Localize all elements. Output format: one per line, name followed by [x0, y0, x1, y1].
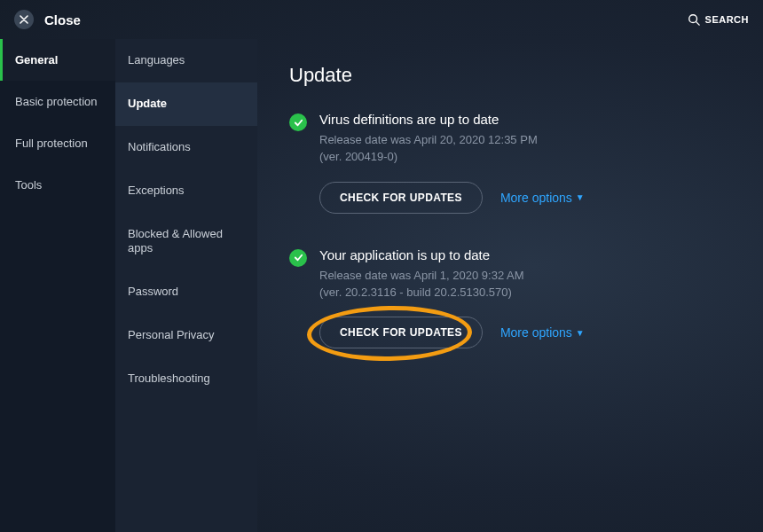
app-actions: CHECK FOR UPDATES More options ▼	[319, 317, 731, 348]
sidebar-secondary: Languages Update Notifications Exception…	[115, 39, 257, 532]
sidebar-item-label: Troubleshooting	[128, 372, 210, 385]
check-icon	[289, 113, 307, 131]
sidebar-item-label: Personal Privacy	[128, 328, 215, 341]
app-release-date: Release date was April 1, 2020 9:32 AM	[319, 268, 731, 285]
sidebar-item-tools[interactable]: Tools	[0, 164, 115, 206]
sidebar-item-label: Basic protection	[15, 95, 98, 108]
sidebar-primary: General Basic protection Full protection…	[0, 39, 115, 532]
page-title: Update	[289, 64, 731, 87]
sidebar-item-label: Languages	[128, 53, 185, 66]
sidebar-item-label: Exceptions	[128, 184, 185, 197]
sidebar-item-label: Update	[128, 97, 167, 110]
topbar-left: Close	[14, 10, 81, 29]
sidebar-sub-password[interactable]: Password	[115, 270, 257, 314]
virus-version: (ver. 200419-0)	[319, 149, 731, 166]
close-label: Close	[44, 12, 81, 27]
sidebar-item-label: Tools	[15, 178, 42, 192]
search-icon	[688, 13, 700, 26]
topbar: Close SEARCH	[0, 0, 763, 39]
sidebar-sub-update[interactable]: Update	[115, 82, 257, 126]
virus-actions: CHECK FOR UPDATES More options ▼	[319, 182, 731, 214]
more-options-label: More options	[500, 325, 572, 340]
sidebar-item-full-protection[interactable]: Full protection	[0, 122, 115, 164]
content: Update Virus definitions are up to date …	[257, 39, 763, 532]
more-options-app-link[interactable]: More options ▼	[500, 325, 585, 340]
application-block: Your application is up to date Release d…	[289, 247, 731, 349]
sidebar-item-label: Password	[128, 285, 178, 298]
sidebar-sub-personal-privacy[interactable]: Personal Privacy	[115, 314, 257, 357]
sidebar-sub-troubleshooting[interactable]: Troubleshooting	[115, 357, 257, 401]
app-version: (ver. 20.2.3116 - build 20.2.5130.570)	[319, 285, 731, 301]
check-icon	[289, 249, 307, 267]
sidebar-item-label: Notifications	[128, 140, 191, 153]
sidebar-sub-exceptions[interactable]: Exceptions	[115, 169, 257, 213]
close-button[interactable]	[14, 10, 34, 29]
sidebar-sub-notifications[interactable]: Notifications	[115, 126, 257, 169]
more-options-label: More options	[500, 191, 572, 205]
search-button[interactable]: SEARCH	[688, 13, 749, 26]
sidebar-item-label: Blocked & Allowed apps	[128, 227, 223, 255]
virus-definitions-block: Virus definitions are up to date Release…	[289, 112, 731, 214]
svg-line-1	[696, 22, 699, 26]
check-updates-virus-button[interactable]: CHECK FOR UPDATES	[319, 182, 483, 214]
virus-release-date: Release date was April 20, 2020 12:35 PM	[319, 132, 731, 149]
sidebar-sub-blocked-allowed[interactable]: Blocked & Allowed apps	[115, 213, 257, 271]
search-label: SEARCH	[705, 14, 749, 25]
block-body: Your application is up to date Release d…	[319, 247, 731, 349]
sidebar-item-general[interactable]: General	[0, 39, 115, 81]
block-body: Virus definitions are up to date Release…	[319, 112, 731, 214]
caret-down-icon: ▼	[576, 192, 585, 202]
close-icon	[20, 15, 28, 24]
caret-down-icon: ▼	[576, 328, 585, 338]
check-updates-app-button[interactable]: CHECK FOR UPDATES	[319, 317, 483, 348]
more-options-virus-link[interactable]: More options ▼	[500, 191, 585, 205]
app-status-title: Your application is up to date	[319, 247, 731, 262]
sidebar-item-label: General	[15, 53, 58, 66]
sidebar-item-basic-protection[interactable]: Basic protection	[0, 81, 115, 122]
sidebar-item-label: Full protection	[15, 137, 88, 150]
virus-status-title: Virus definitions are up to date	[319, 112, 731, 127]
body: General Basic protection Full protection…	[0, 39, 763, 532]
sidebar-sub-languages[interactable]: Languages	[115, 39, 257, 82]
